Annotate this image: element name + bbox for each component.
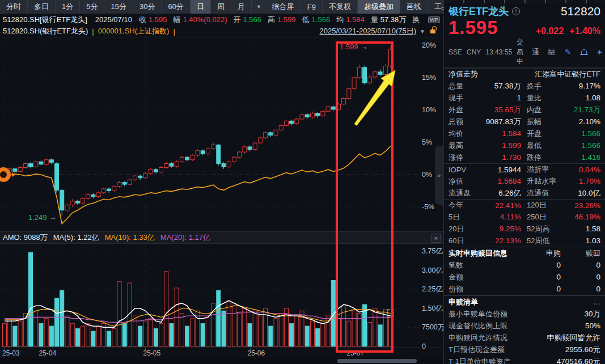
price-change-percent: +1.40% — [569, 26, 600, 36]
volume-chart[interactable]: 3.75亿3.00亿2.25亿1.50亿7500万0 — [0, 244, 443, 348]
arrow-right-icon: → — [361, 43, 368, 51]
toolbar-item[interactable]: 30分 — [133, 0, 162, 14]
stat-row: 净值 1.5684 升贴水率 1.70% — [444, 175, 605, 187]
stat-label: 内盘 — [521, 105, 563, 115]
stat-label: 溢折率 — [521, 164, 563, 175]
toolbar-item[interactable]: 月 — [231, 0, 252, 14]
stat-value: 1.58 — [563, 225, 600, 233]
overlay-start-marker-tip — [12, 172, 16, 177]
tong-tag[interactable]: 通 — [532, 47, 539, 57]
primary-symbol[interactable]: 512820.SH(银行ETF龙头) — [3, 26, 88, 36]
toolbar-item[interactable]: 60分 — [162, 0, 190, 14]
toolbar-item[interactable]: 日 — [191, 0, 211, 14]
stat-label: 振幅 — [521, 117, 563, 127]
bar-date: 2025/07/10 — [95, 15, 132, 24]
stat-value: 22.13% — [484, 236, 521, 245]
period-toolbar: 分时多日1分5分15分30分60分日周月 ▼ 综合屏F9不复权超级叠加画线工具 … — [0, 0, 443, 14]
toolbar-item[interactable]: 多日 — [28, 0, 56, 14]
quote-header: 银行ETF龙头 ! 512820 1.595 +0.022 +1.40% SSE… — [444, 3, 605, 67]
toolbar-item[interactable]: 1分 — [56, 0, 80, 14]
x-axis-label: 25-03 — [2, 349, 20, 357]
stat-label: 均价 — [449, 129, 484, 139]
stat-value: 9.25% — [484, 225, 521, 233]
horizontal-scrollbar[interactable] — [0, 358, 443, 364]
stat-label: IOPV — [449, 166, 484, 174]
svg-text:3.75亿: 3.75亿 — [422, 247, 443, 255]
toolbar-item[interactable]: 综合屏 — [266, 0, 301, 14]
toolbar-item[interactable]: 画线 — [400, 0, 428, 14]
chevron-down-icon[interactable]: ▼ — [420, 28, 425, 35]
redemption-list-header: 申赎清单 … — [444, 295, 605, 308]
price-change: +0.022 — [536, 26, 564, 36]
scrollbar-thumb[interactable] — [337, 359, 417, 363]
stat-label: 52周高 — [521, 224, 563, 234]
svg-text:1.50亿: 1.50亿 — [422, 304, 443, 312]
toolbar-item[interactable]: F9 — [301, 0, 323, 14]
toolbar-item[interactable]: 分时 — [0, 0, 28, 14]
stat-label: 60日 — [449, 236, 484, 246]
svg-text:7500万: 7500万 — [422, 323, 445, 331]
redemption-row: 现金替代比例上限 50% — [444, 320, 605, 332]
redemption-row: 申购赎回允许情况 申购赎回皆允许 — [444, 332, 605, 344]
symbol-label[interactable]: 512820.SH[银行ETF龙头] — [3, 15, 87, 25]
stat-value: 1.599 — [484, 141, 521, 150]
ohlc-field: 量57.38万 — [371, 15, 407, 25]
ohlc-field: 低1.566 — [302, 15, 331, 25]
svg-text:0%: 0% — [422, 171, 432, 179]
ohlc-field: 高1.599 — [268, 15, 296, 25]
toolbar-item[interactable]: 不复权 — [323, 0, 358, 14]
stat-value: 1.730 — [484, 153, 521, 162]
risk-info-icon[interactable]: ! — [512, 7, 520, 15]
overlay-symbol[interactable]: 000001.SH(上证指数) — [98, 26, 170, 36]
x-axis-label: 25-07 — [346, 349, 364, 357]
nav-tab-netvalue[interactable]: 净值走势 — [449, 69, 478, 79]
plus-icon[interactable]: + — [597, 47, 602, 57]
stat-value: 1.416 — [563, 153, 600, 162]
date-range-selector[interactable]: 2025/03/21-2025/07/10(75日) — [320, 26, 417, 36]
quote-time: 13:43:55 — [485, 48, 512, 56]
stat-row: 总量 57.38万 换手 9.17% — [444, 80, 605, 92]
quote-panel: 银行ETF龙头 ! 512820 1.595 +0.022 +1.40% SSE… — [443, 0, 605, 364]
panel-collapse-handle[interactable]: » — [435, 146, 443, 205]
svg-text:10%: 10% — [422, 106, 436, 114]
stat-label: 涨停 — [449, 153, 484, 163]
stat-row: 5日 4.11% 250日 46.19% — [444, 211, 605, 223]
toolbar-item[interactable]: 超级叠加 — [358, 0, 400, 14]
stat-value: 23.26% — [563, 201, 600, 210]
pencil-icon[interactable]: ✎ — [565, 48, 571, 56]
overlay-bar: 512820.SH(银行ETF龙头) | 000001.SH(上证指数) | 2… — [0, 26, 443, 37]
candlestick-chart[interactable]: 20%15%10%5%0%-5% — [0, 37, 443, 231]
stat-label: 流通值 — [521, 188, 563, 198]
close-icon[interactable]: × — [431, 234, 441, 243]
ohlc-field: 幅1.40%(0.022) — [173, 15, 227, 25]
stat-value: 4.11% — [484, 213, 521, 221]
stat-row: 流通盘 6.26亿 流通值 10.0亿 — [444, 187, 605, 199]
stat-label: 120日 — [521, 200, 563, 210]
fund-name[interactable]: 银行ETF龙头 — [449, 5, 509, 18]
ohlc-field: 均1.584 — [336, 15, 365, 25]
rong-tag[interactable]: 融 — [548, 47, 555, 57]
stat-label: 250日 — [521, 212, 563, 222]
fund-full-name[interactable]: 汇添富中证银行ETF — [535, 69, 600, 79]
chevron-down-icon[interactable]: ▼ — [252, 4, 266, 10]
stat-label: 流通盘 — [449, 188, 484, 198]
toolbar-item[interactable]: 5分 — [80, 0, 104, 14]
redemption-list: 最小申赎单位份额 30万 现金替代比例上限 50% 申购赎回允许情况 申购赎回皆… — [444, 308, 605, 364]
stat-value: 10.0亿 — [563, 188, 600, 198]
bell-icon[interactable] — [581, 49, 587, 54]
more-icon[interactable]: … — [593, 298, 600, 306]
x-axis: 25-0325-0425-0525-0625-07 — [0, 348, 443, 358]
unlock-icon[interactable] — [430, 29, 435, 33]
svg-text:20%: 20% — [422, 41, 436, 49]
stat-value: 1.584 — [484, 129, 521, 138]
wp-badge-icon[interactable]: WP — [428, 16, 440, 23]
stat-row: 今年 22.41% 120日 23.26% — [444, 199, 605, 211]
subscribe-row: 份额 0 0 — [444, 283, 605, 295]
arrow-right-icon: → — [49, 213, 57, 222]
stat-label: 总量 — [449, 81, 484, 91]
stat-value: 1.566 — [563, 129, 600, 138]
toolbar-item[interactable]: 周 — [211, 0, 231, 14]
toolbar-actions: 综合屏F9不复权超级叠加画线工具 — [266, 0, 456, 14]
toolbar-item[interactable]: 15分 — [104, 0, 133, 14]
stat-label: 净值 — [449, 176, 484, 187]
